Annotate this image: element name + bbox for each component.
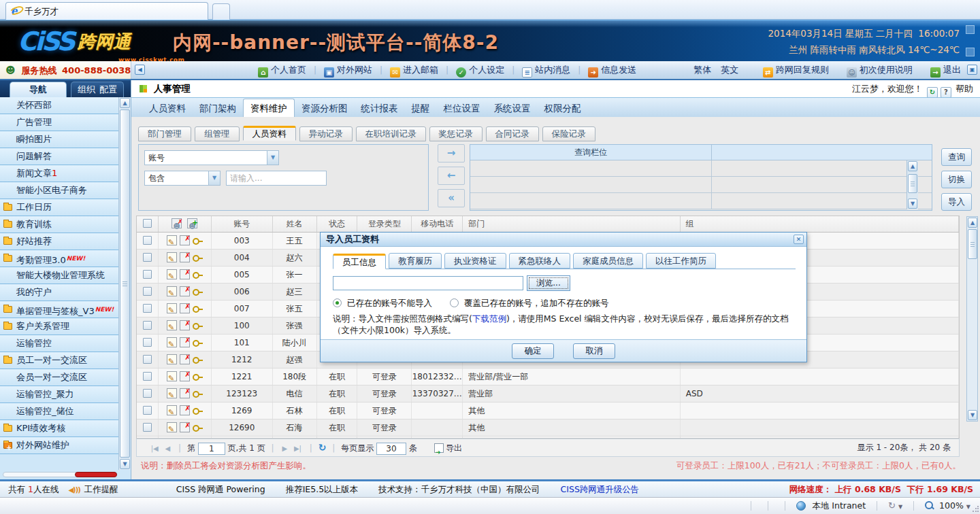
module-tab[interactable]: 系统设置 [487,99,538,118]
sidebar-item[interactable]: 好站推荐 [0,233,119,250]
move-left-button[interactable]: ← [438,167,465,185]
module-tab[interactable]: 权限分配 [538,99,588,118]
column-header[interactable]: 姓名 [273,216,317,232]
delete-icon[interactable] [180,269,190,279]
download-sample-link[interactable]: 下载范例 [472,313,506,324]
column-header[interactable]: 移动电话 [412,216,463,232]
delete-icon[interactable] [180,422,190,432]
file-path-input[interactable] [333,276,523,290]
edit-icon[interactable] [167,422,177,432]
add-user-icon[interactable] [187,218,197,228]
table-row[interactable]: 1221180段在职可登录18012332…营业部/营业一部 [137,369,959,386]
sidebar-item[interactable]: 问题解答 [0,148,119,165]
sidebar-item[interactable]: 运输管控_聚力 [0,386,119,403]
sidebar-item[interactable]: 新闻文章1 [0,165,119,182]
delete-icon[interactable] [180,405,190,415]
column-header[interactable]: 账号 [212,216,273,232]
browse-button[interactable]: 浏览... [527,275,570,291]
table-scroll-thumb[interactable] [968,229,977,259]
permission-key-icon[interactable] [193,235,203,245]
filter-operator-select[interactable]: 包含▼ [144,171,220,186]
help-link[interactable]: 帮助 [956,84,973,94]
delete-icon[interactable] [180,388,190,398]
sidebar-item[interactable]: 考勤管理3.0NEW! [0,250,119,267]
sub-tab[interactable]: 人员资料 [243,126,296,141]
scroll-up-icon[interactable]: ▲ [968,218,977,228]
export-icon[interactable] [434,443,444,453]
zoom-level[interactable]: 100% [939,500,964,511]
toolbar-link-rule[interactable]: ⇄跨网回复规则 [763,65,829,75]
toolbar-link-guide[interactable]: ☺初次使用说明 [847,65,913,75]
row-checkbox[interactable] [143,253,152,262]
row-checkbox[interactable] [143,355,152,364]
edit-icon[interactable] [167,320,177,330]
module-tab[interactable]: 资料维护 [243,99,295,117]
scroll-down-icon[interactable]: ▼ [908,199,917,209]
radio-overwrite[interactable] [450,298,459,307]
sub-tab[interactable]: 奖惩记录 [429,126,483,141]
delete-icon[interactable] [180,303,190,313]
module-tab[interactable]: 资源分析图 [295,99,355,118]
dialog-tab[interactable]: 执业资格证 [444,253,506,269]
permission-key-icon[interactable] [193,405,203,415]
dialog-tab[interactable]: 员工信息 [333,254,386,269]
delete-icon[interactable] [180,252,190,262]
scroll-up-icon[interactable]: ▲ [120,98,130,108]
sidebar-item[interactable]: 员工一对一交流区 [0,352,119,369]
edit-icon[interactable] [167,252,177,262]
lang-traditional-link[interactable]: 繁体 [693,65,711,75]
module-tab[interactable]: 提醒 [405,99,437,118]
per-page-input[interactable] [376,443,406,455]
sidebar-item[interactable]: 智能大楼物业管理系统 [0,267,119,284]
refresh-icon[interactable]: ↻ [927,87,938,98]
column-header[interactable]: 状态 [317,216,358,232]
export-link[interactable]: 导出 [446,443,462,453]
move-all-left-button[interactable]: « [438,189,465,207]
move-right-button[interactable]: → [438,144,465,162]
permission-key-icon[interactable] [193,354,203,364]
row-checkbox[interactable] [143,338,152,347]
select-all-checkbox[interactable] [143,219,152,228]
work-reminder-link[interactable]: 工作提醒 [84,484,118,494]
permission-key-icon[interactable] [193,269,203,279]
sidebar-collapse-button[interactable]: ◀ [135,65,145,75]
sidebar-item[interactable]: 广告管理 [0,114,119,131]
delete-icon[interactable] [180,286,190,296]
toolbar-expand-button[interactable]: ▣ [967,65,977,75]
last-page-icon[interactable]: ▶| [294,445,301,452]
scroll-down-icon[interactable]: ▼ [968,410,977,420]
import-button[interactable]: 导入 [941,193,972,211]
edit-icon[interactable] [167,405,177,415]
dialog-tab[interactable]: 家庭成员信息 [573,253,643,269]
edit-icon[interactable] [167,388,177,398]
edit-icon[interactable] [167,371,177,381]
sub-tab[interactable]: 异动记录 [299,126,353,141]
refresh-list-icon[interactable]: ↻ [318,442,327,453]
delete-icon[interactable] [180,354,190,364]
column-header[interactable]: 登录类型 [357,216,412,232]
radio-no-overwrite[interactable] [333,298,342,307]
ok-button[interactable]: 确定 [512,343,554,359]
cancel-button[interactable]: 取消 [573,343,615,359]
toolbar-link-setting[interactable]: ✓个人设定 [456,65,504,75]
sidebar-item[interactable]: 对外网站维护 [0,437,119,454]
sidebar-hscroll-thumb[interactable] [75,472,117,477]
row-checkbox[interactable] [143,406,152,415]
sidebar-item[interactable]: 会员一对一交流区 [0,369,119,386]
toolbar-link-msg[interactable]: ≡站内消息 [522,65,570,75]
permission-key-icon[interactable] [193,422,203,432]
row-checkbox[interactable] [143,372,152,381]
sidebar-item[interactable]: 工作日历 [0,199,119,216]
permission-key-icon[interactable] [193,303,203,313]
resize-grip[interactable] [972,506,979,513]
sidebar-item[interactable]: 关怀西部 [0,97,119,114]
table-row[interactable]: 123123电信在职可登录13370327…营业部ASD [137,386,959,402]
sub-tab[interactable]: 组管理 [195,126,240,141]
new-tab-stub[interactable] [212,3,230,20]
edit-icon[interactable] [167,235,177,245]
module-tab[interactable]: 统计报表 [355,99,405,118]
toolbar-link-mail[interactable]: ✉进入邮箱 [390,65,438,75]
dialog-tab[interactable]: 教育履历 [389,253,442,269]
sidebar-hscrollbar[interactable] [3,472,117,477]
sub-tab[interactable]: 合同记录 [486,126,539,141]
